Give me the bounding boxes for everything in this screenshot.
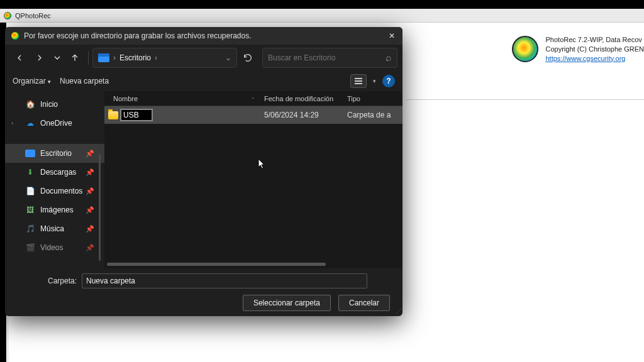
nav-downloads-label: Descargas [40,168,76,177]
desktop-icon [25,150,35,157]
nav-scrollbar[interactable] [99,154,101,261]
nav-pane[interactable]: 🏠 Inicio › ☁ OneDrive Escritorio 📌 ⬇ Des… [5,91,104,268]
row-type-cell: Carpeta de a [346,111,402,119]
dialog-main: 🏠 Inicio › ☁ OneDrive Escritorio 📌 ⬇ Des… [5,91,402,268]
file-list[interactable]: Nombre ⌃ Fecha de modificación Tipo 5/06… [104,91,402,268]
table-row[interactable]: 5/06/2024 14:29 Carpeta de a [104,106,402,124]
crumb-sep2-icon: › [155,53,157,62]
app-info-text: PhotoRec 7.2-WIP, Data Recov Copyright (… [546,35,645,63]
nav-home[interactable]: 🏠 Inicio [5,95,104,114]
crumb-sep-icon: › [113,53,116,62]
folder-field-label: Carpeta: [14,277,77,285]
up-button[interactable] [65,48,84,67]
toolbar-separator [88,51,89,65]
nav-images[interactable]: 🖼 Imágenes 📌 [5,200,104,219]
close-button[interactable]: ✕ [385,29,399,43]
view-mode-button[interactable] [350,74,367,88]
sort-asc-icon: ⌃ [251,97,255,102]
help-icon: ? [386,77,391,85]
resize-grip-icon[interactable]: ⋰ [396,307,401,314]
app-separator [406,99,644,100]
row-date-cell: 5/06/2024 14:29 [260,111,346,119]
help-button[interactable]: ? [382,75,395,87]
dialog-footer: Carpeta: Seleccionar carpeta Cancelar ⋰ [5,268,402,316]
list-h-scrollbar[interactable] [107,263,326,266]
nav-music[interactable]: 🎵 Música 📌 [5,219,104,238]
nav-gap [5,133,104,144]
organize-menu[interactable]: Organizar ▾ [13,77,51,85]
select-folder-button[interactable]: Seleccionar carpeta [243,295,331,311]
back-button[interactable] [10,48,29,67]
nav-onedrive[interactable]: › ☁ OneDrive [5,114,104,133]
pin-icon[interactable]: 📌 [86,187,94,195]
document-icon: 📄 [25,186,35,196]
desktop-folder-icon [98,53,109,62]
photorec-logo-icon [512,36,538,62]
folder-picker-dialog: Por favor escoje un directorio para grab… [5,27,402,316]
nav-images-label: Imágenes [40,206,74,214]
arrow-right-icon [35,53,45,63]
arrow-up-icon [70,53,80,63]
crumb-dropdown-icon[interactable]: ⌄ [225,53,231,62]
organize-caret-icon: ▾ [48,79,51,85]
image-icon: 🖼 [25,205,35,215]
column-headers[interactable]: Nombre ⌃ Fecha de modificación Tipo [104,91,402,106]
forward-button[interactable] [30,48,49,67]
col-name[interactable]: Nombre ⌃ [104,95,260,102]
folder-icon [108,111,118,119]
nav-toolbar: › Escritorio › ⌄ ⌕ [5,45,402,71]
col-name-label: Nombre [113,95,138,102]
app-info-panel: PhotoRec 7.2-WIP, Data Recov Copyright (… [512,35,645,63]
list-view-icon [355,80,362,82]
crumb-segment[interactable]: Escritorio [119,53,151,62]
cancel-button[interactable]: Cancelar [338,295,390,311]
nav-desktop-label: Escritorio [40,149,72,158]
view-dropdown-icon[interactable]: ▾ [373,78,376,84]
organize-label: Organizar [13,77,46,85]
dialog-app-icon [11,32,19,40]
app-titlebar: QPhotoRec [0,9,644,23]
app-info-line1: PhotoRec 7.2-WIP, Data Recov [546,35,645,45]
dialog-titlebar[interactable]: Por favor escoje un directorio para grab… [5,27,402,45]
search-input[interactable] [268,53,386,62]
dialog-title: Por favor escoje un directorio para grab… [24,31,252,40]
app-info-link[interactable]: https://www.cgsecurity.org [546,55,626,62]
command-bar: Organizar ▾ Nueva carpeta ▾ ? [5,71,402,91]
chevron-down-icon [52,53,62,63]
folder-rename-input[interactable] [121,109,152,121]
home-icon: 🏠 [25,99,35,109]
col-type[interactable]: Tipo [346,95,402,102]
breadcrumb[interactable]: › Escritorio › ⌄ [92,48,237,68]
pin-icon[interactable]: 📌 [86,206,94,214]
nav-videos-label: Videos [40,243,63,252]
folder-name-input[interactable] [82,273,367,288]
pin-icon[interactable]: 📌 [86,244,94,252]
cloud-icon: ☁ [25,118,35,128]
arrow-left-icon [14,53,25,63]
search-icon: ⌕ [386,52,392,63]
pin-icon[interactable]: 📌 [86,168,94,177]
video-icon: 🎬 [25,243,35,253]
recent-dropdown-button[interactable] [50,48,64,67]
col-date[interactable]: Fecha de modificación [260,95,346,102]
nav-documents[interactable]: 📄 Documentos 📌 [5,182,104,200]
pin-icon[interactable]: 📌 [86,225,94,233]
nav-videos[interactable]: 🎬 Videos 📌 [5,238,104,257]
pin-icon[interactable]: 📌 [86,150,94,158]
app-title: QPhotoRec [15,12,51,19]
nav-documents-label: Documentos [40,187,82,195]
nav-onedrive-label: OneDrive [40,119,72,128]
refresh-button[interactable] [238,48,257,67]
app-icon [4,12,11,19]
nav-desktop[interactable]: Escritorio 📌 [5,144,104,163]
nav-downloads[interactable]: ⬇ Descargas 📌 [5,163,104,182]
window-top-border [0,0,644,9]
download-icon: ⬇ [25,167,35,177]
app-info-line2: Copyright (C) Christophe GREN [546,45,645,54]
refresh-icon [243,53,253,63]
row-name-cell[interactable] [104,109,260,121]
new-folder-button[interactable]: Nueva carpeta [60,77,109,85]
nav-music-label: Música [40,224,64,233]
search-box[interactable]: ⌕ [262,48,397,68]
expand-icon[interactable]: › [11,120,13,126]
